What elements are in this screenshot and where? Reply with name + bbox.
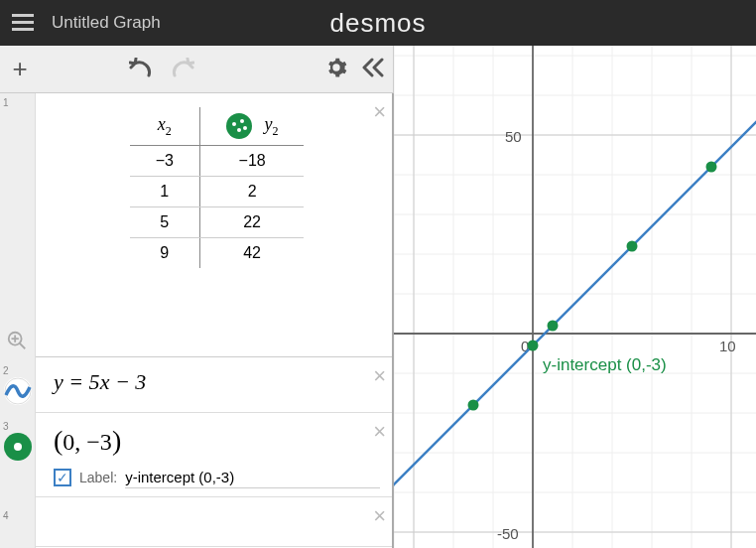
cell-x[interactable]: 1 xyxy=(130,177,200,207)
menu-button[interactable] xyxy=(0,0,46,46)
svg-point-8 xyxy=(14,443,22,451)
delete-expression-1[interactable]: × xyxy=(373,99,386,125)
table-header-y[interactable]: y2 xyxy=(199,107,304,146)
expression-toolbar: + xyxy=(0,46,394,93)
brand-logo: desmos xyxy=(329,8,426,39)
expr-3-color-toggle[interactable] xyxy=(4,433,32,461)
graph-line[interactable] xyxy=(394,87,756,494)
expr-index-2: 2 xyxy=(3,365,9,376)
table-point[interactable] xyxy=(627,241,638,252)
cell-y[interactable]: 2 xyxy=(199,177,304,207)
undo-button[interactable] xyxy=(129,58,153,81)
cell-y[interactable]: 42 xyxy=(199,238,304,269)
expr-index-3: 3 xyxy=(3,421,9,432)
point-icon xyxy=(13,442,23,452)
collapse-panel-button[interactable] xyxy=(361,58,385,81)
svg-rect-2 xyxy=(12,28,34,31)
expression-row-empty[interactable]: × xyxy=(36,497,392,547)
data-table[interactable]: x2 y2 xyxy=(54,101,380,284)
wave-icon xyxy=(4,377,32,405)
add-expression-button[interactable]: + xyxy=(0,54,40,84)
expr-index-4: 4 xyxy=(3,510,9,521)
redo-icon xyxy=(171,58,194,77)
delete-expression-4[interactable]: × xyxy=(373,503,386,529)
table-row[interactable]: 12 xyxy=(130,177,305,207)
chevron-double-left-icon xyxy=(361,58,385,77)
graph-svg: 0 10 50 -50 y-intercept (0,-3) xyxy=(394,46,756,548)
delete-expression-2[interactable]: × xyxy=(373,363,386,389)
point-label-text: y-intercept (0,-3) xyxy=(543,355,667,374)
table-row[interactable]: −3−18 xyxy=(130,146,305,177)
expression-row-equation[interactable]: × y = 5x − 3 xyxy=(36,357,392,413)
tick-x-10: 10 xyxy=(719,338,736,354)
equation-text[interactable]: y = 5x − 3 xyxy=(54,365,380,399)
table-row[interactable]: 522 xyxy=(130,207,305,238)
redo-button[interactable] xyxy=(171,58,194,81)
label-prefix: Label: xyxy=(79,470,117,485)
cell-y[interactable]: 22 xyxy=(199,207,304,238)
tick-y-50: 50 xyxy=(505,128,522,145)
cell-x[interactable]: −3 xyxy=(130,146,200,177)
tick-y-n50: -50 xyxy=(497,525,519,542)
svg-rect-0 xyxy=(12,14,34,17)
label-checkbox[interactable]: ✓ xyxy=(54,469,71,486)
expression-row-point[interactable]: × (0, −3) xyxy=(36,413,392,459)
svg-rect-1 xyxy=(12,21,34,24)
zoom-icon xyxy=(6,330,28,351)
graph-canvas[interactable]: 0 10 50 -50 y-intercept (0,-3) xyxy=(394,46,756,548)
table-point[interactable] xyxy=(468,400,479,411)
table-point[interactable] xyxy=(548,321,559,332)
gear-icon xyxy=(325,57,347,78)
table-row[interactable]: 942 xyxy=(130,238,305,269)
undo-icon xyxy=(129,58,153,77)
cell-y[interactable]: −18 xyxy=(199,146,304,177)
app-header: Untitled Graph desmos xyxy=(0,0,756,46)
table-header-x[interactable]: x2 xyxy=(130,107,200,146)
hamburger-icon xyxy=(12,14,34,32)
expr-index-1: 1 xyxy=(3,97,9,108)
table-point[interactable] xyxy=(706,162,717,173)
svg-line-4 xyxy=(20,343,26,349)
table-y-style-toggle[interactable] xyxy=(226,113,252,139)
label-input[interactable] xyxy=(125,467,380,488)
settings-button[interactable] xyxy=(325,57,347,82)
expr-2-color-toggle[interactable] xyxy=(4,377,32,405)
zoom-fit-button[interactable] xyxy=(6,330,28,355)
cell-x[interactable]: 5 xyxy=(130,207,200,238)
point-text[interactable]: (0, −3) xyxy=(54,421,380,461)
labeled-point[interactable] xyxy=(528,341,539,351)
expression-panel: × x2 xyxy=(36,93,394,548)
cell-x[interactable]: 9 xyxy=(130,238,200,269)
graph-title[interactable]: Untitled Graph xyxy=(52,13,161,33)
expression-row-table[interactable]: × x2 xyxy=(36,93,392,357)
expression-rail: 1 2 xyxy=(0,93,36,548)
point-label-row: ✓ Label: xyxy=(36,459,392,497)
delete-expression-3[interactable]: × xyxy=(373,419,386,445)
main-area: + xyxy=(0,46,756,548)
